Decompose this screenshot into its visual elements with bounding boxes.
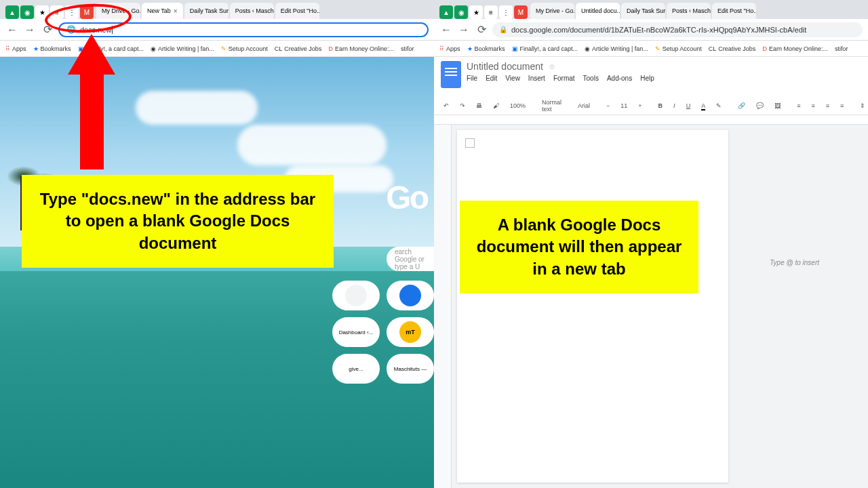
- address-bar[interactable]: 🔒 docs.google.com/document/d/1bZATuEt-nB…: [492, 22, 863, 37]
- pinned-tab[interactable]: ◉: [20, 5, 34, 19]
- menu-insert[interactable]: Insert: [528, 75, 545, 82]
- pinned-tab[interactable]: ★: [469, 5, 483, 19]
- shortcuts-grid: Dashboard ‹... mT give... Maschituts —: [332, 281, 434, 384]
- format-paint-button[interactable]: 🖌: [490, 101, 502, 110]
- apps-button[interactable]: ⠿Apps: [439, 45, 460, 52]
- size-decrease[interactable]: −: [604, 101, 612, 110]
- font-size[interactable]: 11: [618, 101, 630, 110]
- bookmark-item[interactable]: ◉Article Writing | fan...: [151, 45, 214, 52]
- comment-button[interactable]: 💬: [753, 101, 766, 110]
- shortcut-item[interactable]: [332, 281, 380, 310]
- bookmark-item[interactable]: CLCreative Jobs: [709, 45, 756, 52]
- bold-button[interactable]: B: [656, 101, 666, 110]
- bookmark-bar: ⠿Apps ★Bookmarks ▣Finally!, a card capt.…: [434, 41, 868, 57]
- bookmark-item[interactable]: ◉Article Writing | fan...: [585, 45, 648, 52]
- back-button[interactable]: ←: [5, 23, 19, 37]
- highlight-button[interactable]: ✎: [713, 101, 724, 110]
- horizontal-ruler[interactable]: [434, 115, 868, 125]
- close-icon[interactable]: ×: [174, 7, 178, 15]
- new-tab-page: Go earch Google or type a U Dashboard ‹.…: [0, 57, 434, 488]
- redo-button[interactable]: ↷: [457, 101, 468, 110]
- menu-addons[interactable]: Add-ons: [607, 75, 632, 82]
- browser-tab[interactable]: Daily Task Sun...×: [621, 3, 665, 19]
- underline-button[interactable]: U: [684, 101, 694, 110]
- docs-logo-icon[interactable]: [441, 61, 461, 88]
- bookmark-item[interactable]: ★Bookmarks: [33, 45, 71, 52]
- pinned-tab[interactable]: ⋮: [499, 5, 513, 19]
- browser-tab[interactable]: Posts ‹ Maschi...×: [667, 3, 711, 19]
- shortcut-item[interactable]: give...: [332, 354, 380, 384]
- undo-button[interactable]: ↶: [441, 101, 452, 110]
- search-box[interactable]: earch Google or type a U: [387, 247, 434, 271]
- bookmark-item[interactable]: DEarn Money Online:...: [328, 45, 394, 52]
- star-icon[interactable]: ☆: [549, 62, 555, 71]
- vertical-ruler[interactable]: [434, 125, 452, 488]
- bookmark-bar: ⠿Apps ★Bookmarks ▣Finally!, a card capt.…: [0, 41, 434, 57]
- browser-tab[interactable]: My Drive - Go...×: [530, 3, 574, 19]
- shortcut-item[interactable]: Dashboard ‹...: [332, 317, 380, 347]
- style-select[interactable]: Normal text: [539, 98, 564, 114]
- menu-file[interactable]: File: [467, 75, 477, 82]
- bookmark-item[interactable]: ▣Finally!, a card capt...: [512, 45, 578, 52]
- browser-tab[interactable]: Daily Task Sun...×: [184, 3, 229, 19]
- pinned-tabs: ▲ ◉ ★ ≡ ⋮ M: [439, 5, 528, 19]
- annotation-arrow: [68, 34, 115, 169]
- document-page[interactable]: [457, 130, 728, 483]
- forward-button[interactable]: →: [457, 23, 471, 37]
- outline-icon[interactable]: [465, 138, 475, 148]
- lock-icon: 🔒: [499, 26, 507, 33]
- text-color-button[interactable]: A: [698, 101, 708, 110]
- apps-button[interactable]: ⠿Apps: [5, 45, 26, 52]
- bookmark-item[interactable]: stifor: [835, 45, 848, 52]
- callout-left: Type "docs.new" in the address bar to op…: [22, 175, 334, 268]
- bookmark-item[interactable]: ✎Setup Account: [655, 45, 702, 52]
- browser-tab[interactable]: Edit Post "Ho...×: [712, 3, 756, 19]
- bookmark-item[interactable]: ✎Setup Account: [221, 45, 268, 52]
- image-button[interactable]: 🖼: [772, 101, 783, 110]
- bookmark-item[interactable]: DEarn Money Online:...: [762, 45, 828, 52]
- bookmark-item[interactable]: stifor: [401, 45, 414, 52]
- zoom-select[interactable]: 100%: [507, 101, 528, 110]
- align-justify-button[interactable]: ≡: [837, 101, 846, 110]
- back-button[interactable]: ←: [439, 23, 453, 37]
- menu-help[interactable]: Help: [640, 75, 654, 82]
- italic-button[interactable]: I: [671, 101, 678, 110]
- pinned-tab[interactable]: ▲: [439, 5, 453, 19]
- browser-tab[interactable]: New Tab×: [142, 3, 183, 19]
- align-left-button[interactable]: ≡: [794, 101, 803, 110]
- google-logo: Go: [386, 179, 427, 216]
- print-button[interactable]: 🖶: [473, 101, 485, 110]
- menu-edit[interactable]: Edit: [486, 75, 497, 82]
- pinned-tab[interactable]: ▲: [5, 5, 19, 19]
- reload-button[interactable]: ⟳: [475, 23, 488, 37]
- shortcut-item[interactable]: mT: [387, 317, 434, 347]
- pinned-tab[interactable]: ◉: [454, 5, 468, 19]
- link-button[interactable]: 🔗: [735, 101, 748, 110]
- forward-button[interactable]: →: [23, 23, 37, 37]
- browser-tab[interactable]: Edit Post "Ho...×: [275, 3, 319, 19]
- nav-bar: ← → ⟳ 🔒 docs.google.com/document/d/1bZAT…: [434, 19, 868, 41]
- left-panel: ▲ ◉ ★ ≡ ⋮ M My Drive - Go...× New Tab× D…: [0, 0, 434, 488]
- menu-tools[interactable]: Tools: [583, 75, 599, 82]
- shortcut-item[interactable]: Maschituts —: [387, 354, 434, 384]
- size-increase[interactable]: +: [635, 101, 644, 110]
- docs-canvas: Type @ to insert: [434, 125, 868, 488]
- menu-format[interactable]: Format: [553, 75, 575, 82]
- line-spacing-button[interactable]: ⇕: [857, 101, 868, 110]
- pinned-tab[interactable]: M: [514, 5, 528, 19]
- pinned-tab[interactable]: ≡: [484, 5, 498, 19]
- shortcut-item[interactable]: [387, 281, 434, 310]
- align-right-button[interactable]: ≡: [823, 101, 832, 110]
- font-select[interactable]: Arial: [575, 101, 593, 110]
- bookmark-item[interactable]: CLCreative Jobs: [275, 45, 322, 52]
- bookmark-item[interactable]: ★Bookmarks: [467, 45, 505, 52]
- browser-tab[interactable]: Untitled docu...×: [576, 3, 620, 19]
- menu-view[interactable]: View: [505, 75, 520, 82]
- browser-tab[interactable]: Posts ‹ Maschi...×: [230, 3, 274, 19]
- align-center-button[interactable]: ≡: [808, 101, 817, 110]
- type-hint: Type @ to insert: [770, 259, 819, 266]
- doc-title[interactable]: Untitled document: [467, 61, 543, 72]
- right-panel: ▲ ◉ ★ ≡ ⋮ M My Drive - Go...× Untitled d…: [434, 0, 868, 488]
- address-text: docs.google.com/document/d/1bZATuEt-nBco…: [511, 26, 806, 34]
- docs-toolbar: ↶ ↷ 🖶 🖌 100% Normal text Arial − 11 + B …: [434, 96, 868, 115]
